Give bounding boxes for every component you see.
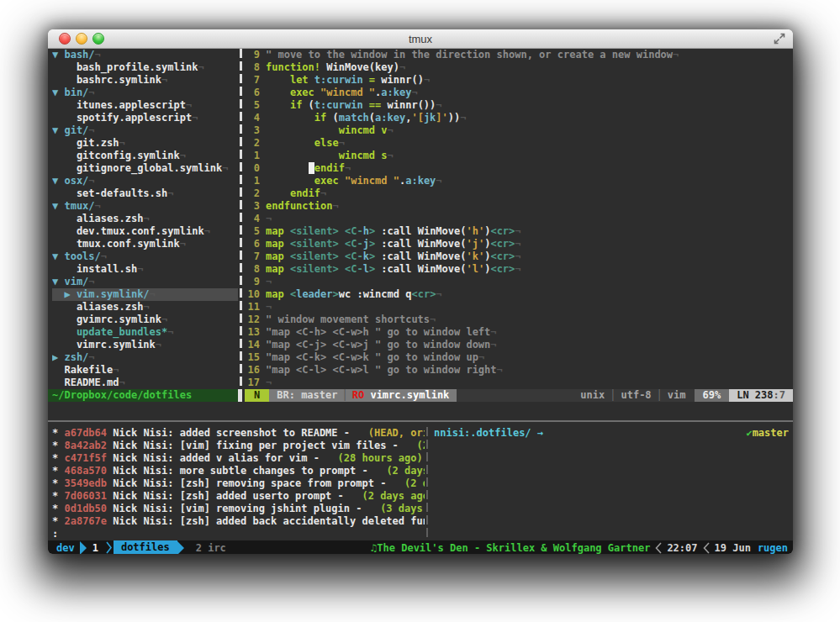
- statusline-right: unix│utf-8│vim: [457, 389, 694, 402]
- tree-item: Rakefile¬: [52, 364, 238, 377]
- git-branch-label: BR: master: [277, 389, 337, 401]
- code-line: 10map <leader>wc :wincmd q<cr>¬: [247, 288, 793, 301]
- git-log-pane[interactable]: * a67db64 Nick Nisi: added screenshot to…: [48, 427, 425, 540]
- code-line: 2 else¬: [247, 137, 793, 150]
- statusline-cwd: ~/Dropbox/code/dotfiles: [48, 389, 238, 402]
- code-line: 6 exec "wincmd ".a:key¬: [247, 87, 793, 99]
- tree-item: vimrc.symlink¬: [52, 339, 238, 351]
- line-number: 13: [247, 326, 260, 339]
- scroll-percent: 69%: [695, 389, 730, 402]
- git-log-line: * a67db64 Nick Nisi: added screenshot to…: [52, 427, 425, 440]
- tree-item: ▼ tools/¬: [52, 250, 238, 263]
- tree-item: tmux.conf.symlink¬: [52, 238, 238, 250]
- line-number: 7: [247, 74, 260, 87]
- line-number: 0: [247, 162, 260, 175]
- tree-item: update_bundles*¬: [52, 326, 238, 339]
- line-number: 11: [247, 301, 260, 314]
- code-line: 8map <silent> <C-l> :call WinMove('l')<c…: [247, 263, 793, 276]
- zoom-button[interactable]: [92, 33, 104, 45]
- line-number: 1: [247, 150, 260, 162]
- git-log-line: * 468a570 Nick Nisi: more subtle changes…: [52, 465, 425, 477]
- fileformat-label: unix: [580, 389, 605, 401]
- tree-item: gitconfig.symlink¬: [52, 150, 238, 162]
- code-line: 5map <silent> <C-h> :call WinMove('h')<c…: [247, 225, 793, 238]
- tmux-pane-border[interactable]: [48, 414, 793, 427]
- code-line: 5 if (t:curwin == winnr())¬: [247, 99, 793, 112]
- line-number: 5: [247, 225, 260, 238]
- line-number: 12: [247, 314, 260, 326]
- prompt-arrow-icon: →: [537, 427, 543, 439]
- tree-item: set-defaults.sh¬: [52, 187, 238, 200]
- tmux-status-right: ♫ The Devil's Den - Skrillex & Wolfgang …: [371, 542, 788, 554]
- code-line: 8function! WinMove(key)¬: [247, 61, 793, 74]
- vim-vertical-split[interactable]: [240, 49, 242, 389]
- tmux-window-1-tab[interactable]: 1 dotfiles: [87, 540, 184, 554]
- tree-item: gitignore_global.symlink¬: [52, 162, 238, 175]
- line-number: 2: [247, 137, 260, 150]
- now-playing-label: The Devil's Den - Skrillex & Wolfgang Ga…: [377, 542, 650, 554]
- tree-item: dev.tmux.conf.symlink¬: [52, 225, 238, 238]
- tree-item: ▼ bash/¬: [52, 49, 238, 61]
- filename-label: vimrc.symlink: [370, 389, 449, 401]
- hostname-label: rugen: [758, 542, 788, 554]
- statusline-file-info: BR: master│RO vimrc.symlink: [269, 389, 457, 402]
- clock-label: 22:07: [667, 542, 697, 554]
- vim-cmdline: [48, 402, 793, 414]
- close-button[interactable]: [59, 33, 71, 45]
- line-number: 14: [247, 339, 260, 351]
- fullscreen-arrows-icon: [774, 33, 785, 45]
- minimize-button[interactable]: [76, 33, 87, 45]
- tree-item: install.sh¬: [52, 263, 238, 276]
- line-number: 3: [247, 124, 260, 137]
- git-branch-indicator: ✔master: [746, 427, 789, 440]
- tree-item: ▼ osx/¬: [52, 175, 238, 187]
- tmux-terminal: ▼ bash/¬ bash_profile.symlink¬ bashrc.sy…: [48, 49, 793, 554]
- statusline-separator: │: [337, 389, 351, 401]
- terminal-window: tmux ▼ bash/¬ bash_profile.symlink¬ bash…: [48, 29, 793, 554]
- tree-item: git.zsh¬: [52, 137, 238, 150]
- tree-item: bashrc.symlink¬: [52, 74, 238, 87]
- desktop-background: tmux ▼ bash/¬ bash_profile.symlink¬ bash…: [0, 0, 840, 622]
- tree-item: ▼ vim/¬: [52, 276, 238, 288]
- nerdtree-pane[interactable]: ▼ bash/¬ bash_profile.symlink¬ bashrc.sy…: [48, 49, 238, 389]
- shell-prompt: nnisi:.dotfiles/ →: [434, 427, 543, 440]
- code-line: 1 wincmd s¬: [247, 150, 793, 162]
- line-number: 16: [247, 364, 260, 377]
- code-line: 14"map <C-j> <C-w>j " go to window down¬: [247, 339, 793, 351]
- tmux-statusbar: dev 1 dotfiles 2 irc ♫ The Devil's Den -…: [48, 540, 793, 554]
- line-number: 15: [247, 351, 260, 364]
- code-line: 12" window movement shortcuts¬: [247, 314, 793, 326]
- git-log-line: * 3549edb Nick Nisi: [zsh] removing spac…: [52, 477, 425, 490]
- shell-pane[interactable]: nnisi:.dotfiles/ → ✔master: [430, 427, 793, 540]
- tree-item: ▶ zsh/¬: [52, 351, 238, 364]
- tree-item: ▼ git/¬: [52, 124, 238, 137]
- tree-item: gvimrc.symlink¬: [52, 314, 238, 326]
- line-column-indicator: LN 238:7: [729, 389, 793, 402]
- code-line: 13"map <C-h> <C-w>h " go to window left¬: [247, 326, 793, 339]
- code-line: 11¬: [247, 301, 793, 314]
- line-number: 8: [247, 61, 260, 74]
- shell-prompt-line: nnisi:.dotfiles/ → ✔master: [434, 427, 789, 440]
- powerline-separator-icon: [177, 541, 184, 555]
- line-number: 6: [247, 87, 260, 99]
- vim-editor-area: ▼ bash/¬ bash_profile.symlink¬ bashrc.sy…: [48, 49, 793, 389]
- line-number: 1: [247, 175, 260, 187]
- line-number: 5: [247, 99, 260, 112]
- tree-item: bash_profile.symlink¬: [52, 61, 238, 74]
- code-line: 2 endif¬: [247, 187, 793, 200]
- line-number: 8: [247, 263, 260, 276]
- tmux-window-2-tab[interactable]: 2 irc: [196, 542, 226, 554]
- bottom-pane-split[interactable]: [426, 427, 428, 540]
- tree-item: aliases.zsh¬: [52, 213, 238, 225]
- tree-item: ▼ tmux/¬: [52, 200, 238, 213]
- code-line: 4 if (match(a:key,'[jk]'))¬: [247, 112, 793, 124]
- code-line: 1 exec "wincmd ".a:key¬: [247, 175, 793, 187]
- fullscreen-button[interactable]: [774, 33, 785, 45]
- angle-separator-icon: [650, 542, 667, 554]
- checkmark-icon: ✔: [746, 427, 752, 439]
- line-number: 2: [247, 187, 260, 200]
- tree-item: aliases.zsh¬: [52, 301, 238, 314]
- code-pane[interactable]: 9" move to the window in the direction s…: [244, 49, 793, 389]
- git-log-line: * 8a42ab2 Nick Nisi: [vim] fixing per pr…: [52, 440, 425, 452]
- git-log-line: * 0d1db50 Nick Nisi: [vim] removing jshi…: [52, 503, 425, 515]
